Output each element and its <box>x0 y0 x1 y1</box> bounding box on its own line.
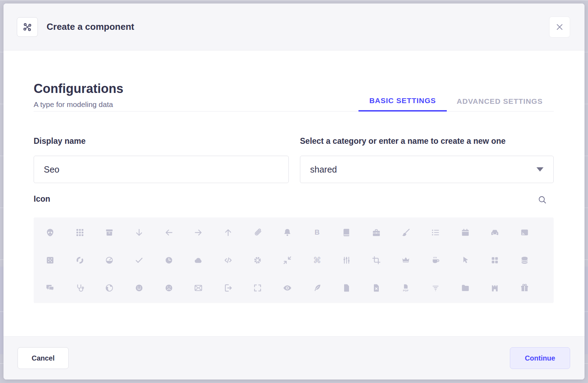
icon-option-collapse[interactable] <box>279 252 295 268</box>
icon-option-crop[interactable] <box>368 252 384 268</box>
database-icon <box>520 255 529 265</box>
car-icon <box>490 228 500 237</box>
arrow-up-icon <box>223 228 233 237</box>
expand-icon <box>253 283 262 293</box>
icon-option-cast[interactable] <box>517 224 533 241</box>
arrow-left-icon <box>164 228 174 237</box>
icon-option-calendar[interactable] <box>457 224 473 241</box>
icon-option-expand[interactable] <box>249 280 266 296</box>
icon-option-earth[interactable] <box>101 280 117 296</box>
icon-option-emotion-happy[interactable] <box>131 280 147 296</box>
continue-button[interactable]: Continue <box>510 347 570 369</box>
svg-text:PDF: PDF <box>403 289 409 292</box>
bullet-list-icon <box>431 228 440 237</box>
folder-icon <box>460 283 470 293</box>
icon-option-filter[interactable] <box>428 280 444 296</box>
icon-option-cloud[interactable] <box>190 252 206 268</box>
icon-option-file-pdf[interactable]: PDF <box>398 280 414 296</box>
category-label: Select a category or enter a name to cre… <box>300 136 506 146</box>
discuss-icon <box>45 283 55 293</box>
icon-option-bell[interactable] <box>279 224 295 241</box>
cup-icon <box>431 255 440 265</box>
tab-basic-settings[interactable]: BASIC SETTINGS <box>358 91 447 112</box>
modal-header: Create a component <box>4 4 584 51</box>
emotion-happy-icon <box>134 283 144 293</box>
icon-option-gift[interactable] <box>517 280 533 296</box>
attachment-icon <box>253 228 262 237</box>
eye-icon <box>282 283 292 293</box>
icon-option-arrow-up[interactable] <box>220 224 236 241</box>
icon-option-car[interactable] <box>487 224 503 241</box>
tab-advanced-settings[interactable]: ADVANCED SETTINGS <box>447 91 553 112</box>
icon-option-brush[interactable] <box>398 224 414 241</box>
icon-option-arrow-down[interactable] <box>131 224 147 241</box>
crown-icon <box>401 255 411 265</box>
icon-option-crown[interactable] <box>398 252 414 268</box>
icon-option-connector[interactable] <box>339 252 355 268</box>
icon-option-code[interactable] <box>220 252 236 268</box>
earth-icon <box>104 283 114 293</box>
file-error-icon <box>371 283 381 293</box>
icon-option-arrow-left[interactable] <box>161 224 177 241</box>
bold-icon: B <box>312 228 322 237</box>
icon-option-database[interactable] <box>517 252 533 268</box>
file-pdf-icon: PDF <box>401 283 411 293</box>
category-select[interactable]: shared <box>300 156 554 183</box>
icon-option-arrow-right[interactable] <box>190 224 206 241</box>
display-name-value: Seo <box>44 164 59 175</box>
icon-option-cup[interactable] <box>428 252 444 268</box>
icon-option-chart-bubble[interactable] <box>42 252 58 268</box>
apps-icon <box>75 228 85 237</box>
icon-option-file-error[interactable] <box>368 280 384 296</box>
icon-option-apps[interactable] <box>72 224 88 241</box>
icon-option-cursor[interactable] <box>457 252 473 268</box>
icon-option-chart-pie[interactable] <box>101 252 117 268</box>
icon-option-cog[interactable] <box>249 252 266 268</box>
component-icon-box <box>17 17 38 37</box>
arrow-down-icon <box>134 228 144 237</box>
display-name-input[interactable]: Seo <box>34 156 289 183</box>
icon-option-check[interactable] <box>131 252 147 268</box>
icon-option-bold[interactable]: B <box>309 224 325 241</box>
icon-option-attachment[interactable] <box>249 224 266 241</box>
icon-option-file[interactable] <box>339 280 355 296</box>
icon-option-envelope[interactable] <box>190 280 206 296</box>
icon-option-briefcase[interactable] <box>368 224 384 241</box>
filter-icon <box>431 283 440 293</box>
cancel-button[interactable]: Cancel <box>18 347 69 369</box>
close-icon <box>555 22 564 32</box>
gate-icon <box>490 283 500 293</box>
clock-icon <box>164 255 174 265</box>
icon-option-alien[interactable] <box>42 224 58 241</box>
icon-option-eye[interactable] <box>279 280 295 296</box>
icon-option-book[interactable] <box>339 224 355 241</box>
icon-option-feather[interactable] <box>309 280 325 296</box>
icon-option-folder[interactable] <box>457 280 473 296</box>
archive-icon <box>104 228 114 237</box>
close-button[interactable] <box>549 16 570 38</box>
icon-option-gate[interactable] <box>487 280 503 296</box>
envelope-icon <box>193 283 203 293</box>
calendar-icon <box>460 228 470 237</box>
icon-option-emotion-unhappy[interactable] <box>161 280 177 296</box>
create-component-modal: Create a component Configurations A type… <box>4 4 584 379</box>
icon-option-archive[interactable] <box>101 224 117 241</box>
icon-option-dashboard[interactable] <box>487 252 503 268</box>
command-icon: ⌘ <box>312 255 322 265</box>
icon-option-exit[interactable] <box>220 280 236 296</box>
icon-picker-label: Icon <box>34 194 50 204</box>
gift-icon <box>520 283 529 293</box>
icon-option-clock[interactable] <box>161 252 177 268</box>
arrow-right-icon <box>193 228 203 237</box>
section-subheading: A type for modeling data <box>34 100 113 109</box>
chevron-down-icon <box>536 167 543 172</box>
icon-option-bullet-list[interactable] <box>428 224 444 241</box>
icon-option-discuss[interactable] <box>42 280 58 296</box>
icon-search-button[interactable] <box>535 193 549 207</box>
icon-option-command[interactable]: ⌘ <box>309 252 325 268</box>
emotion-unhappy-icon <box>164 283 174 293</box>
exit-icon <box>223 283 233 293</box>
icon-option-doctor[interactable] <box>72 280 88 296</box>
icon-option-chart-circle[interactable] <box>72 252 88 268</box>
dashboard-icon <box>490 255 500 265</box>
